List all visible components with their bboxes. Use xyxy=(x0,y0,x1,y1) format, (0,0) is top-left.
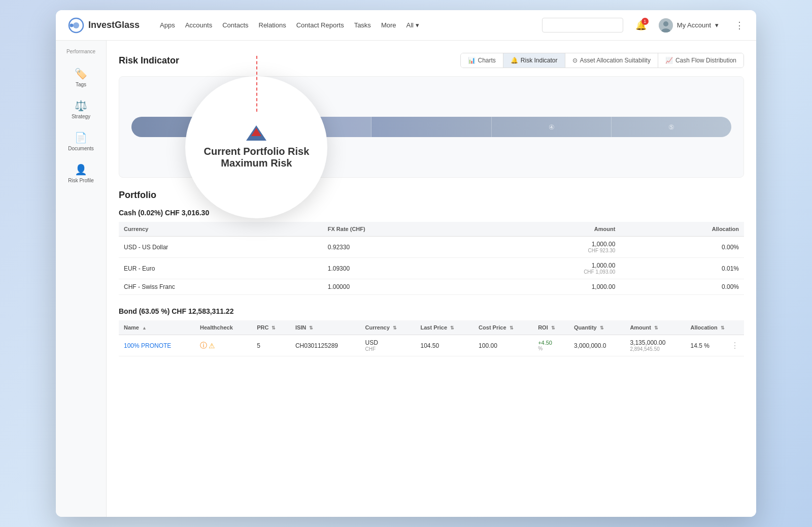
cash-chf-fx: 1.00000 xyxy=(323,279,482,295)
notification-badge: 1 xyxy=(641,18,649,25)
cash-chf-allocation: 0.00% xyxy=(620,279,744,295)
nav-contact-reports[interactable]: Contact Reports xyxy=(296,21,344,29)
bond-col-isin: ISIN ⇅ xyxy=(290,320,360,335)
more-options-icon[interactable]: ⋮ xyxy=(735,20,744,31)
name-sort-icon: ▲ xyxy=(142,325,147,331)
nav-more[interactable]: More xyxy=(381,21,396,29)
cash-col-currency: Currency xyxy=(119,222,323,237)
bond-section-title: Bond (63.05 %) CHF 12,583,311.22 xyxy=(119,307,744,315)
nav-tasks[interactable]: Tasks xyxy=(354,21,371,29)
bond-col-roi: ROI ⇅ xyxy=(533,320,569,335)
roi-unit: % xyxy=(538,346,564,351)
risk-indicator-icon: 🔔 xyxy=(511,57,518,64)
my-account-button[interactable]: My Account ▾ xyxy=(659,18,719,32)
logo-icon xyxy=(68,17,84,34)
bond-col-cost-price: Cost Price ⇅ xyxy=(473,320,533,335)
risk-segment-5: ⑤ xyxy=(612,117,731,137)
search-input[interactable] xyxy=(542,18,623,32)
allocation-sort-icon: ⇅ xyxy=(721,325,725,331)
nav-contacts[interactable]: Contacts xyxy=(222,21,248,29)
svg-point-4 xyxy=(663,21,668,26)
sidebar-item-documents-label: Documents xyxy=(68,146,94,151)
notification-bell[interactable]: 🔔 1 xyxy=(635,20,647,31)
bond-col-quantity: Quantity ⇅ xyxy=(569,320,625,335)
quantity-sort-icon: ⇅ xyxy=(600,325,604,331)
cash-usd-allocation: 0.00% xyxy=(620,237,744,258)
main-area: Performance 🏷️ Tags ⚖️ Strategy 📄 Docume… xyxy=(56,41,756,517)
roi-sort-icon: ⇅ xyxy=(551,325,555,331)
tags-icon: 🏷️ xyxy=(75,68,87,80)
asset-alloc-icon: ⊙ xyxy=(572,57,578,64)
sidebar-item-risk-profile[interactable]: 👤 Risk Profile xyxy=(61,158,101,188)
bond-currency-cell: USD CHF xyxy=(360,335,416,356)
nav-accounts[interactable]: Accounts xyxy=(185,21,212,29)
tab-cash-flow[interactable]: 📈 Cash Flow Distribution xyxy=(658,53,743,68)
amount-sort-icon: ⇅ xyxy=(654,325,658,331)
cash-eur-fx: 1.09300 xyxy=(323,258,482,279)
cash-subsection: Cash (0.02%) CHF 3,016.30 Currency FX Ra… xyxy=(119,209,744,295)
app-name: InvestGlass xyxy=(88,20,140,30)
cash-eur-amount: 1,000.00 CHF 1,093.00 xyxy=(482,258,621,279)
risk-segment-4: ④ xyxy=(492,117,612,137)
currency-sort-icon: ⇅ xyxy=(393,325,397,331)
bond-col-prc: PRC ⇅ xyxy=(252,320,290,335)
cost-price-sort-icon: ⇅ xyxy=(510,325,514,331)
bond-quantity-cell: 3,000,000.0 xyxy=(569,335,625,356)
bond-roi-cell: +4.50 % xyxy=(533,335,569,356)
cash-row-usd: USD - US Dollar 0.92330 1,000.00 CHF 923… xyxy=(119,237,744,258)
cash-section-title: Cash (0.02%) CHF 3,016.30 xyxy=(119,209,744,217)
isin-sort-icon: ⇅ xyxy=(309,325,313,331)
healthcheck-badges: ⓘ ⚠ xyxy=(200,341,215,350)
cash-table-header-row: Currency FX Rate (CHF) Amount Allocation xyxy=(119,222,744,237)
bond-allocation-cell: 14.5 % ⋮ xyxy=(686,335,744,356)
bond-amount-cell: 3,135,000.00 2,894,545.50 xyxy=(625,335,685,356)
cash-row-eur: EUR - Euro 1.09300 1,000.00 CHF 1,093.00… xyxy=(119,258,744,279)
bond-col-healthcheck: Healthcheck xyxy=(195,320,252,335)
cash-table: Currency FX Rate (CHF) Amount Allocation… xyxy=(119,222,744,295)
portfolio-section: Portfolio Cash (0.02%) CHF 3,016.30 Curr… xyxy=(119,190,744,356)
risk-tab-group: 📊 Charts 🔔 Risk Indicator ⊙ Asset Alloca… xyxy=(460,53,745,68)
nav-relations[interactable]: Relations xyxy=(259,21,286,29)
sidebar-item-strategy[interactable]: ⚖️ Strategy xyxy=(61,94,101,124)
cash-row-chf: CHF - Swiss Franc 1.00000 1,000.00 0.00% xyxy=(119,279,744,295)
bond-row-pronote: 100% PRONOTE ⓘ ⚠ 5 CH0301125289 xyxy=(119,335,744,356)
cash-usd-fx: 0.92330 xyxy=(323,237,482,258)
bond-col-allocation: Allocation ⇅ xyxy=(686,320,744,335)
bond-healthcheck-cell: ⓘ ⚠ xyxy=(195,335,252,356)
account-label: My Account xyxy=(677,21,711,29)
tab-charts[interactable]: 📊 Charts xyxy=(461,53,503,68)
prc-sort-icon: ⇅ xyxy=(272,325,276,331)
tooltip-line2: Maximum Risk xyxy=(221,157,292,169)
avatar xyxy=(659,18,673,32)
cash-chf-amount: 1,000.00 xyxy=(482,279,621,295)
sidebar-section-label: Performance xyxy=(66,47,95,56)
sidebar-item-documents[interactable]: 📄 Documents xyxy=(61,126,101,156)
last-price-sort-icon: ⇅ xyxy=(450,325,454,331)
charts-icon: 📊 xyxy=(468,57,476,64)
bond-table-header-row: Name ▲ Healthcheck PRC ⇅ xyxy=(119,320,744,335)
documents-icon: 📄 xyxy=(75,131,87,144)
cash-flow-icon: 📈 xyxy=(665,57,673,64)
bond-col-name: Name ▲ xyxy=(119,320,195,335)
tab-risk-indicator[interactable]: 🔔 Risk Indicator xyxy=(503,53,565,68)
bond-isin-cell: CH0301125289 xyxy=(290,335,360,356)
svg-point-2 xyxy=(70,23,74,27)
bond-prc-cell: 5 xyxy=(252,335,290,356)
bond-name-link[interactable]: 100% PRONOTE xyxy=(124,342,171,349)
logo-area[interactable]: InvestGlass xyxy=(68,17,140,34)
row-context-menu-icon[interactable]: ⋮ xyxy=(731,341,739,350)
sidebar: Performance 🏷️ Tags ⚖️ Strategy 📄 Docume… xyxy=(56,41,107,517)
cash-eur-allocation: 0.01% xyxy=(620,258,744,279)
cash-chf-currency: CHF - Swiss Franc xyxy=(119,279,323,295)
risk-dashed-line xyxy=(256,56,257,112)
sidebar-item-tags[interactable]: 🏷️ Tags xyxy=(61,62,101,92)
nav-apps[interactable]: Apps xyxy=(160,21,175,29)
tab-asset-allocation[interactable]: ⊙ Asset Allocation Suitability xyxy=(565,53,658,68)
risk-chart-area: Current Portfolio Risk Maximum Risk ① ② xyxy=(119,76,744,178)
bond-last-price-cell: 104.50 xyxy=(416,335,474,356)
nav-all[interactable]: All ▾ xyxy=(407,21,419,29)
risk-segment-3 xyxy=(371,117,492,137)
cash-eur-currency: EUR - Euro xyxy=(119,258,323,279)
risk-profile-icon: 👤 xyxy=(75,163,87,176)
sidebar-item-strategy-label: Strategy xyxy=(72,114,90,119)
